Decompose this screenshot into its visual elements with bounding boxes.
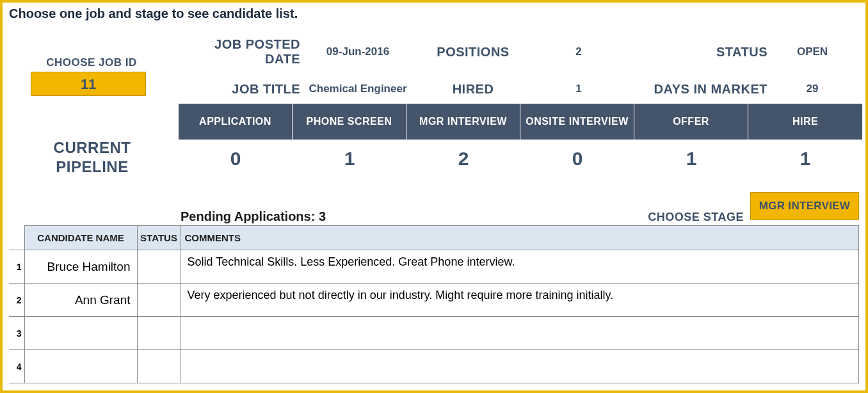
- stage-col: ONSITE INTERVIEW 0: [520, 104, 634, 178]
- table-row: 1 Bruce Hamilton Solid Technical Skills.…: [9, 250, 859, 284]
- row-number: 1: [9, 250, 24, 284]
- positions-label: POSITIONS: [415, 45, 531, 60]
- stage-col: PHONE SCREEN 1: [293, 104, 406, 178]
- positions-value: 2: [531, 45, 627, 58]
- hired-value: 1: [531, 83, 627, 95]
- stage-selector[interactable]: MGR INTERVIEW: [750, 192, 859, 220]
- status-cell[interactable]: [137, 250, 181, 284]
- candidate-name-cell[interactable]: Ann Grant: [24, 284, 137, 317]
- stage-header: MGR INTERVIEW: [406, 104, 520, 140]
- comments-cell[interactable]: [181, 317, 859, 350]
- posted-date-value: 09-Jun-2016: [300, 45, 415, 58]
- candidate-name-cell[interactable]: [24, 317, 137, 350]
- days-in-market-value: 29: [768, 83, 857, 95]
- choose-stage-label: CHOOSE STAGE: [648, 211, 744, 224]
- days-in-market-label: DAYS IN MARKET: [627, 82, 768, 97]
- candidate-name-cell[interactable]: Bruce Hamilton: [24, 250, 137, 284]
- stage-header: PHONE SCREEN: [293, 104, 406, 140]
- candidate-name-cell[interactable]: [24, 350, 137, 383]
- table-row: 2 Ann Grant Very experienced but not dir…: [9, 284, 859, 317]
- row-number-header: [9, 226, 24, 250]
- status-value: OPEN: [768, 45, 857, 58]
- candidate-name-header: CANDIDATE NAME: [24, 226, 137, 250]
- status-cell[interactable]: [137, 284, 181, 317]
- current-pipeline-label: CURRENT PIPELINE: [28, 138, 156, 177]
- row-number: 2: [9, 284, 24, 317]
- instruction-text: Choose one job and stage to see candidat…: [9, 6, 298, 21]
- hired-label: HIRED: [415, 82, 531, 97]
- stage-col: HIRE 1: [748, 104, 862, 178]
- row-number: 4: [9, 350, 24, 383]
- status-label: STATUS: [627, 45, 768, 60]
- stage-header: ONSITE INTERVIEW: [520, 104, 634, 140]
- stage-col: MGR INTERVIEW 2: [406, 104, 520, 178]
- job-id-selector[interactable]: 11: [31, 72, 146, 96]
- choose-job-id-label: CHOOSE JOB ID: [37, 56, 146, 69]
- stage-header: HIRE: [748, 104, 862, 140]
- job-meta-block: JOB POSTED DATE 09-Jun-2016 POSITIONS 2 …: [179, 38, 859, 102]
- candidate-table: CANDIDATE NAME STATUS COMMENTS 1 Bruce H…: [9, 225, 859, 383]
- stage-count: 1: [748, 140, 862, 178]
- pending-applications-label: Pending Applications: 3: [181, 209, 326, 224]
- pipeline-stage-table: APPLICATION 0 PHONE SCREEN 1 MGR INTERVI…: [179, 104, 862, 178]
- stage-col: APPLICATION 0: [179, 104, 293, 178]
- pipeline-label-line1: CURRENT: [54, 139, 131, 156]
- job-title-label: JOB TITLE: [179, 82, 300, 97]
- stage-count: 1: [293, 140, 406, 178]
- comments-header: COMMENTS: [181, 226, 859, 250]
- stage-count: 1: [634, 140, 748, 178]
- stage-count: 2: [406, 140, 520, 178]
- pipeline-label-line2: PIPELINE: [56, 158, 128, 175]
- stage-col: OFFER 1: [634, 104, 748, 178]
- status-header: STATUS: [137, 226, 181, 250]
- comments-cell[interactable]: Very experienced but not directly in our…: [181, 284, 859, 317]
- status-cell[interactable]: [137, 317, 181, 350]
- comments-cell[interactable]: [181, 350, 859, 383]
- stage-count: 0: [179, 140, 293, 178]
- stage-header: APPLICATION: [179, 104, 293, 140]
- table-row: 3: [9, 317, 859, 350]
- status-cell[interactable]: [137, 350, 181, 383]
- row-number: 3: [9, 317, 24, 350]
- posted-date-label: JOB POSTED DATE: [179, 37, 300, 67]
- job-title-value: Chemical Engineer: [300, 83, 415, 95]
- table-row: 4: [9, 350, 859, 383]
- stage-header: OFFER: [634, 104, 748, 140]
- comments-cell[interactable]: Solid Technical Skills. Less Experienced…: [181, 250, 859, 284]
- stage-count: 0: [520, 140, 634, 178]
